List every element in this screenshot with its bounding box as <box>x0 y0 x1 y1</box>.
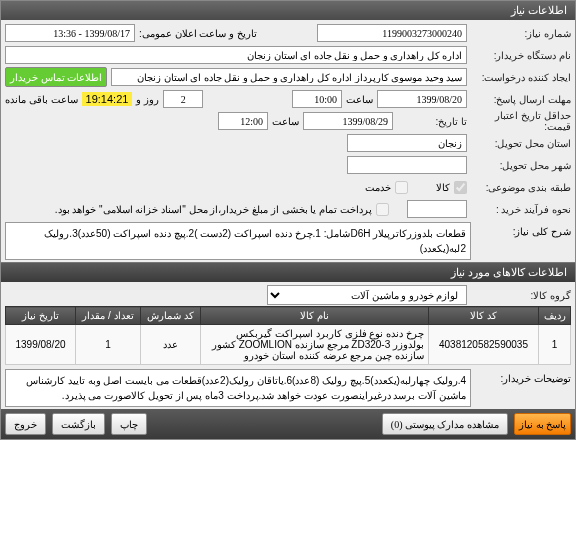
cell-date: 1399/08/20 <box>6 325 76 365</box>
table-row[interactable]: 1 4038120582590035 چرخ دنده نوع فلزی کار… <box>6 325 571 365</box>
print-button[interactable]: چاپ <box>111 413 147 435</box>
goods-section-title: اطلاعات کالاهای مورد نیاز <box>1 262 575 282</box>
validity-label: حداقل تاریخ اعتبار قیمت: <box>471 110 571 132</box>
buyer-notes-text: 4.رولیک چهارلبه(یکعدد)5.پیچ رولیک (8عدد)… <box>5 369 471 407</box>
hour-label-2: ساعت <box>272 116 299 127</box>
org-name-field <box>5 46 467 64</box>
service-checkbox <box>395 181 408 194</box>
public-announce-label: تاریخ و ساعت اعلان عمومی: <box>139 28 257 39</box>
need-no-field <box>317 24 467 42</box>
reply-button[interactable]: پاسخ به نیاز <box>514 413 571 435</box>
delivery-province-label: استان محل تحویل: <box>471 138 571 149</box>
reply-date-field <box>377 90 467 108</box>
reply-time-field <box>292 90 342 108</box>
public-announce-field <box>5 24 135 42</box>
time-left-label: ساعت باقی مانده <box>5 94 78 105</box>
cell-idx: 1 <box>539 325 571 365</box>
creator-field <box>111 68 467 86</box>
goods-checkbox <box>454 181 467 194</box>
cell-name: چرخ دنده نوع فلزی کاربرد اسپراکت گیربکس … <box>201 325 429 365</box>
need-desc-label: شرح کلی نیاز: <box>471 222 571 260</box>
goods-checkbox-label: کالا <box>436 182 450 193</box>
time-left-value: 19:14:21 <box>82 92 133 106</box>
prepay-checkbox <box>376 203 389 216</box>
attachments-button[interactable]: مشاهده مدارک پیوستی (0) <box>382 413 508 435</box>
validity-date-field <box>303 112 393 130</box>
th-date: تاریخ نیاز <box>6 307 76 325</box>
creator-label: ایجاد کننده درخواست: <box>471 72 571 83</box>
delivery-city-label: شهر محل تحویل: <box>471 160 571 171</box>
procurement-label: نحوه فرآیند خرید : <box>471 204 571 215</box>
th-idx: ردیف <box>539 307 571 325</box>
cell-qty: 1 <box>76 325 141 365</box>
goods-group-label: گروه کالا: <box>471 290 571 301</box>
days-left-field <box>163 90 203 108</box>
cell-unit: عدد <box>141 325 201 365</box>
day-and-label: روز و <box>136 94 159 105</box>
prepay-note: پرداخت تمام یا بخشی از مبلغ خریدار،از مح… <box>55 204 372 215</box>
goods-table: ردیف کد کالا نام کالا کد شمارش تعداد / م… <box>5 306 571 365</box>
classification-label: طبقه بندی موضوعی: <box>471 182 571 193</box>
to-date-label: تا تاریخ: <box>397 116 467 127</box>
buyer-notes-label: توضیحات خریدار: <box>471 369 571 407</box>
th-qty: تعداد / مقدار <box>76 307 141 325</box>
goods-group-select[interactable]: لوازم خودرو و ماشین آلات <box>267 285 467 305</box>
delivery-city-field <box>347 156 467 174</box>
window-title: اطلاعات نیاز <box>1 1 575 20</box>
th-unit: کد شمارش <box>141 307 201 325</box>
cell-code: 4038120582590035 <box>429 325 539 365</box>
procurement-field <box>407 200 467 218</box>
need-no-label: شماره نیاز: <box>471 28 571 39</box>
buyer-contact-button[interactable]: اطلاعات تماس خریدار <box>5 67 107 87</box>
delivery-province-field <box>347 134 467 152</box>
need-desc-text: قطعات بلدوزرکاترپیلار D6Hشامل: 1.چرخ دند… <box>5 222 471 260</box>
th-name: نام کالا <box>201 307 429 325</box>
th-code: کد کالا <box>429 307 539 325</box>
service-checkbox-label: خدمت <box>365 182 391 193</box>
exit-button[interactable]: خروج <box>5 413 46 435</box>
validity-time-field <box>218 112 268 130</box>
hour-label-1: ساعت <box>346 94 373 105</box>
back-button[interactable]: بازگشت <box>52 413 105 435</box>
reply-deadline-label: مهلت ارسال پاسخ: <box>471 94 571 105</box>
org-name-label: نام دستگاه خریدار: <box>471 50 571 61</box>
